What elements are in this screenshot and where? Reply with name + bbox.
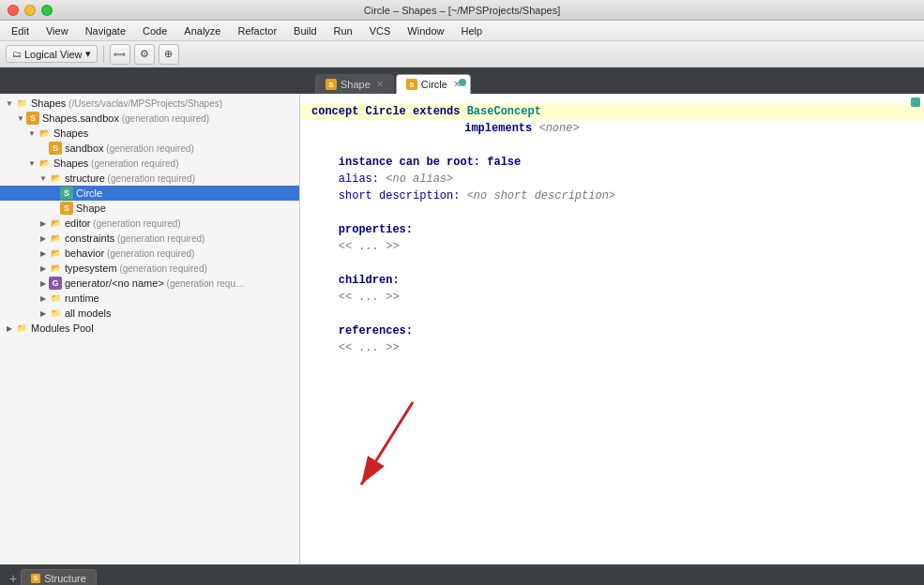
tabs-bar: S Shape ✕ S Circle ✕ [0,68,924,94]
implements-value: <none> [538,122,579,135]
close-button[interactable] [8,5,19,16]
expand-shapes-folder[interactable] [26,128,38,139]
arrow-annotation [328,383,441,508]
bottom-tabs: + S Structure [0,564,924,585]
menu-window[interactable]: Window [400,23,451,38]
tree-item-all-models[interactable]: 📁 all models [0,306,299,321]
tree-item-editor[interactable]: 📂 editor (generation required) [0,216,299,231]
tree-suffix-behavior: (generation required) [104,248,194,259]
tree-suffix-generator: (generation requ… [164,278,245,289]
bottom-tab-label: Structure [44,573,86,584]
folder-structure-icon: 📂 [49,172,62,185]
keyword-concept: concept [311,105,366,118]
children-label: children: [339,274,400,287]
tab-shape-close[interactable]: ✕ [376,80,384,89]
menu-navigate[interactable]: Navigate [78,23,133,38]
toolbar-separator [103,46,104,63]
expand-editor[interactable] [38,218,49,229]
main-content: 📁 Shapes (/Users/vaclav/MPSProjects/Shap… [0,94,924,564]
short-desc-line: short description: <no short description… [311,188,913,204]
toolbar-extra[interactable]: ⊕ [159,44,179,65]
menu-help[interactable]: Help [453,23,490,38]
tree-label-sandbox: sandbox [65,142,104,154]
tab-shape[interactable]: S Shape ✕ [315,74,394,94]
expand-behavior[interactable] [38,248,49,259]
expand-modules-pool[interactable] [4,322,15,334]
references-placeholder: << ... >> [311,339,913,356]
expand-shapes-root[interactable] [4,98,15,109]
tree-item-circle[interactable]: S Circle [0,186,299,201]
tree-item-shapes-root[interactable]: 📁 Shapes (/Users/vaclav/MPSProjects/Shap… [0,96,299,111]
tree-item-shapes-sandbox[interactable]: S Shapes.sandbox (generation required) [0,111,299,126]
project-tree[interactable]: 📁 Shapes (/Users/vaclav/MPSProjects/Shap… [0,94,299,564]
toolbar-settings[interactable]: ⚙ [134,44,155,65]
folder-blue-icon: 📂 [38,127,51,140]
window-title: Circle – Shapes – [~/MPSProjects/Shapes] [364,5,560,16]
maximize-button[interactable] [41,5,53,16]
menu-refactor[interactable]: Refactor [230,23,284,38]
tab-circle-label: Circle [421,79,447,90]
add-tab-button[interactable]: + [6,571,21,586]
menu-build[interactable]: Build [286,23,324,38]
tree-item-constraints[interactable]: 📂 constraints (generation required) [0,231,299,246]
tree-item-modules-pool[interactable]: 📁 Modules Pool [0,321,299,336]
tree-label-shapes-root: Shapes [31,98,66,109]
logical-view-icon: 🗂 [12,49,22,59]
implements-line: implements <none> [311,120,913,137]
expand-shapes-gen[interactable] [26,158,38,169]
tree-item-structure[interactable]: 📂 structure (generation required) [0,171,299,186]
editor-pane[interactable]: concept Circle extends BaseConcept imple… [300,94,924,564]
menu-code[interactable]: Code [135,23,174,38]
menu-edit[interactable]: Edit [4,23,37,38]
window-controls [8,5,53,16]
tree-label-structure: structure [65,172,105,184]
tab-modified-indicator [459,79,466,86]
tab-shape-icon: S [326,79,337,90]
alias-value: <no alias> [386,172,453,186]
menu-vcs[interactable]: VCS [362,23,399,38]
tree-label-behavior: behavior [65,248,104,259]
tree-item-shapes-folder[interactable]: 📂 Shapes [0,126,299,141]
expand-typesystem[interactable] [38,262,49,274]
minimize-button[interactable] [24,5,36,16]
folder-modules-icon: 📁 [15,322,28,335]
folder-constraints-icon: 📂 [49,232,62,245]
properties-placeholder-text: << ... >> [339,240,400,253]
tree-item-behavior[interactable]: 📂 behavior (generation required) [0,246,299,261]
expand-shapes-sandbox[interactable] [15,112,26,124]
instance-root-line: instance can be root: false [311,154,913,171]
tree-suffix-constraints: (generation required) [114,233,204,244]
tree-item-shape[interactable]: S Shape [0,201,299,216]
expand-constraints[interactable] [38,232,49,244]
expand-shape [49,202,60,214]
expand-circle [49,188,60,199]
tree-item-generator[interactable]: G generator/<no name> (generation requ… [0,276,299,291]
toolbar-scroll-left[interactable]: ⟺ [110,44,130,65]
concept-name[interactable]: Circle [366,105,406,118]
s-orange-sandbox-icon: S [49,142,62,155]
tree-item-shapes-gen[interactable]: 📂 Shapes (generation required) [0,156,299,171]
toolbar: 🗂 Logical View ▾ ⟺ ⚙ ⊕ [0,41,924,68]
tree-item-typesystem[interactable]: 📂 typesystem (generation required) [0,261,299,276]
expand-all-models[interactable] [38,308,49,319]
expand-runtime[interactable] [38,292,49,304]
properties-header: properties: [311,221,913,238]
tree-suffix-editor: (generation required) [91,218,181,229]
expand-structure[interactable] [38,172,49,184]
expand-generator[interactable] [38,278,49,289]
tree-label-editor: editor [65,218,91,229]
menu-view[interactable]: View [38,23,76,38]
references-label: references: [339,324,413,338]
menu-analyze[interactable]: Analyze [176,23,228,38]
menubar: Edit View Navigate Code Analyze Refactor… [0,21,924,41]
tree-label-circle: Circle [76,188,102,199]
menu-run[interactable]: Run [326,23,360,38]
tree-item-sandbox-leaf[interactable]: S sandbox (generation required) [0,141,299,156]
short-desc-label: short description: [339,189,461,202]
tab-circle[interactable]: S Circle ✕ [396,74,471,94]
folder-typesystem-icon: 📂 [49,262,62,275]
logical-view-dropdown[interactable]: 🗂 Logical View ▾ [6,45,98,63]
children-placeholder: << ... >> [311,289,913,306]
tree-item-runtime[interactable]: 📁 runtime [0,291,299,306]
bottom-tab-structure[interactable]: S Structure [21,569,97,586]
